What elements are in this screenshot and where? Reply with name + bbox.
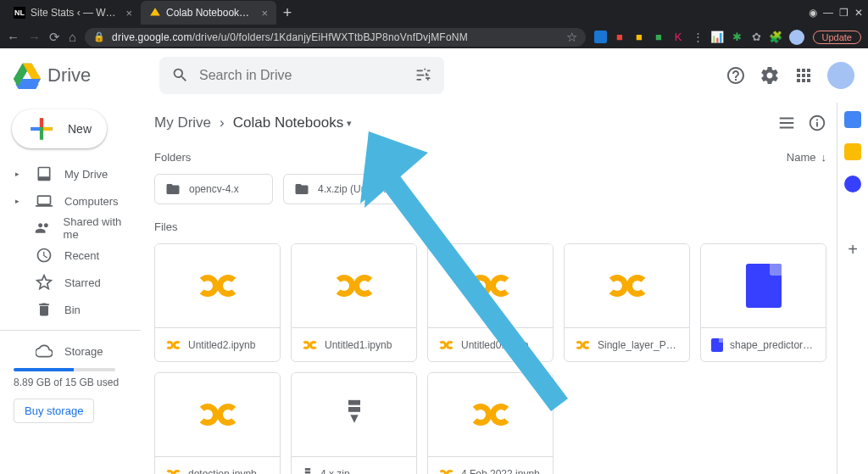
extension-icon[interactable]: ⋮ — [692, 31, 704, 43]
sidebar-label: Starred — [64, 276, 101, 289]
minimize-icon[interactable]: — — [823, 7, 833, 19]
breadcrumb-root[interactable]: My Drive — [154, 114, 211, 131]
tab-close-icon[interactable]: × — [125, 7, 132, 20]
file-meta: detection.ipynb — [155, 456, 280, 474]
sidebar-label: Computers — [64, 195, 119, 208]
drive-logo[interactable]: Drive — [14, 62, 149, 89]
extension-icon[interactable]: ■ — [633, 31, 646, 43]
sidebar-item-mydrive[interactable]: ▸My Drive — [0, 160, 141, 187]
header-icons — [726, 62, 854, 89]
sidebar-label: Recent — [64, 249, 99, 262]
file-card[interactable]: Untitled2.ipynb — [154, 243, 281, 362]
apps-grid-icon[interactable] — [793, 65, 814, 86]
account-avatar[interactable] — [827, 62, 854, 89]
forward-button[interactable]: → — [28, 30, 41, 44]
star-icon[interactable]: ☆ — [566, 30, 577, 45]
section-label: Files — [154, 220, 177, 233]
keep-icon[interactable] — [844, 143, 861, 160]
tab-strip: NL Site Stats ‹ — WordPress × Colab Note… — [0, 0, 868, 25]
chevron-right-icon: › — [220, 114, 225, 131]
file-thumbnail — [701, 244, 826, 327]
drive-header: Drive — [0, 48, 868, 103]
plus-icon — [25, 113, 58, 145]
file-name: shape_predictor_68_fa... — [730, 339, 815, 351]
tab-title: Colab Notebooks - Google — [166, 7, 253, 19]
storage-bar — [14, 368, 115, 371]
file-card[interactable]: Untitled0.ipynb — [427, 243, 554, 362]
file-card[interactable]: 4.Feb.2022.ipynb — [427, 372, 554, 474]
profile-avatar[interactable] — [789, 30, 804, 45]
extensions-button[interactable]: 🧩 — [770, 31, 782, 43]
close-icon[interactable]: ✕ — [854, 7, 863, 19]
file-card[interactable]: detection.ipynb — [154, 372, 281, 474]
browser-tab-active[interactable]: Colab Notebooks - Google × — [141, 1, 276, 25]
drive-icon — [36, 165, 53, 182]
sidebar-item-recent[interactable]: Recent — [0, 242, 141, 269]
search-options-icon[interactable] — [415, 66, 432, 84]
tab-title: Site Stats ‹ — WordPress — [31, 7, 117, 19]
folder-icon — [294, 181, 309, 197]
home-button[interactable]: ⌂ — [69, 30, 76, 44]
new-button[interactable]: New — [12, 109, 107, 148]
addons-plus-icon[interactable]: + — [848, 240, 858, 259]
extension-icon[interactable]: 📊 — [711, 31, 724, 43]
sidebar-item-starred[interactable]: Starred — [0, 269, 141, 296]
info-icon[interactable] — [808, 114, 826, 132]
file-name: Untitled1.ipynb — [325, 339, 392, 351]
reload-button[interactable]: ⟳ — [49, 30, 60, 45]
file-meta: Untitled0.ipynb — [428, 327, 553, 361]
search-bar[interactable] — [159, 57, 444, 94]
maximize-icon[interactable]: ❐ — [839, 7, 849, 19]
browser-tab[interactable]: NL Site Stats ‹ — WordPress × — [5, 1, 141, 25]
back-button[interactable]: ← — [7, 30, 19, 44]
folder-row: opencv-4.x 4.x.zip (Unzipped Files) — [154, 174, 826, 204]
file-meta: Untitled1.ipynb — [292, 327, 416, 361]
lock-icon: 🔒 — [93, 31, 105, 42]
file-card[interactable]: shape_predictor_68_fa... — [700, 243, 826, 362]
breadcrumb-current[interactable]: Colab Notebooks▾ — [233, 114, 352, 131]
file-card[interactable]: Untitled1.ipynb — [291, 243, 417, 362]
extension-icon[interactable]: ■ — [614, 31, 626, 43]
settings-icon[interactable] — [760, 65, 780, 86]
sidebar-item-shared[interactable]: Shared with me — [0, 215, 141, 242]
file-meta: Single_layer_Perceptro... — [565, 327, 689, 361]
folder-item[interactable]: 4.x.zip (Unzipped Files) — [283, 174, 402, 204]
extension-icon[interactable]: ✱ — [731, 31, 743, 43]
sidebar-item-bin[interactable]: Bin — [0, 296, 141, 323]
tasks-icon[interactable] — [844, 176, 861, 192]
sort-toggle[interactable]: Name↓ — [787, 151, 826, 164]
folder-name: 4.x.zip (Unzipped Files) — [318, 183, 391, 195]
buy-storage-button[interactable]: Buy storage — [14, 399, 94, 423]
sidebar-item-storage[interactable]: Storage — [0, 337, 141, 365]
tab-favicon: NL — [14, 7, 25, 19]
browser-chrome: NL Site Stats ‹ — WordPress × Colab Note… — [0, 0, 868, 48]
folder-icon — [165, 181, 181, 197]
file-card[interactable]: Single_layer_Perceptro... — [564, 243, 690, 362]
calendar-icon[interactable] — [844, 111, 861, 128]
sidebar-item-computers[interactable]: ▸Computers — [0, 187, 141, 215]
file-thumbnail — [155, 244, 280, 327]
colab-icon — [606, 275, 648, 297]
list-view-icon[interactable] — [777, 114, 796, 132]
trash-icon — [36, 301, 53, 318]
file-name: Untitled0.ipynb — [461, 339, 528, 351]
sidebar-label: Storage — [64, 345, 103, 358]
tab-close-icon[interactable]: × — [261, 7, 268, 20]
search-input[interactable] — [199, 68, 404, 83]
update-button[interactable]: Update — [813, 31, 861, 44]
extension-icon[interactable]: ✿ — [750, 31, 763, 43]
address-bar[interactable]: 🔒 drive.google.com/drive/u/0/folders/1Kd… — [85, 28, 585, 47]
svg-rect-1 — [348, 400, 360, 405]
record-icon[interactable]: ◉ — [809, 7, 817, 19]
file-name: detection.ipynb — [188, 468, 257, 475]
content-area: My Drive › Colab Notebooks▾ Folders Name… — [149, 103, 837, 474]
extension-icon[interactable]: K — [672, 31, 685, 43]
extension-icon[interactable] — [594, 31, 607, 43]
new-tab-button[interactable]: + — [276, 2, 298, 24]
file-card[interactable]: 4.x.zip — [291, 372, 417, 474]
folder-item[interactable]: opencv-4.x — [154, 174, 273, 204]
help-icon[interactable] — [726, 65, 746, 86]
svg-rect-4 — [305, 468, 310, 471]
extension-icon[interactable]: ■ — [653, 31, 665, 43]
colab-icon — [470, 275, 512, 297]
